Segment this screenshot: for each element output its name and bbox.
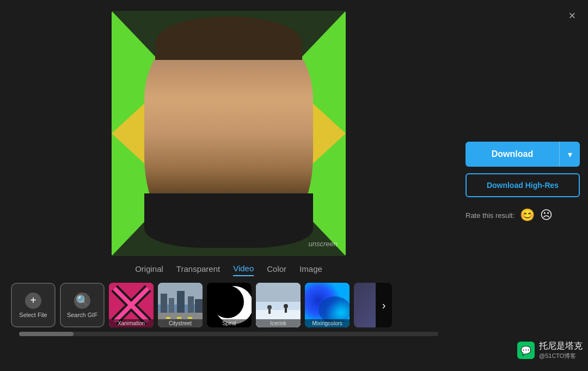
thumbnails-strip: + Select File 🔍 Search GIF (11, 283, 446, 327)
scrollbar-thumb (19, 332, 74, 336)
main-container: unscreen Original Transparent Video Colo… (0, 0, 588, 371)
svg-rect-17 (166, 317, 170, 319)
search-gif-button[interactable]: 🔍 Search GIF (60, 283, 105, 327)
tab-video[interactable]: Video (233, 264, 254, 276)
thumbnails-scrollbar[interactable] (19, 332, 438, 336)
svg-rect-19 (188, 317, 192, 319)
download-highres-button[interactable]: Download High-Res (465, 173, 580, 197)
spiral-label: Spiral (207, 319, 252, 327)
chevron-right-icon: › (382, 299, 386, 312)
right-panel: × Download ▾ Download High-Res Rate this… (457, 0, 588, 371)
tab-image[interactable]: Image (299, 264, 322, 276)
sad-rating-button[interactable]: ☹ (540, 208, 553, 222)
svg-point-25 (267, 305, 272, 309)
icerink-label: Icerink (256, 319, 301, 327)
search-gif-label: Search GIF (67, 312, 97, 318)
watermark-username: 托尼是塔克 (539, 340, 583, 352)
download-section: Download ▾ Download High-Res Rate this r… (465, 142, 580, 222)
close-button[interactable]: × (565, 8, 580, 23)
thumbnail-xanimation[interactable]: Xanimation (109, 283, 154, 327)
svg-rect-29 (256, 283, 301, 302)
chevron-down-icon: ▾ (568, 149, 572, 160)
thumbnail-citystreet[interactable]: Citystreet (158, 283, 203, 327)
rating-label: Rate this result: (465, 211, 514, 220)
search-icon: 🔍 (74, 293, 90, 309)
thumbnail-icerink[interactable]: Icerink (256, 283, 301, 327)
download-button-wrapper: Download ▾ (465, 142, 580, 167)
thumbnails-next-button[interactable]: › (376, 283, 392, 327)
svg-rect-18 (177, 317, 181, 319)
select-file-label: Select File (19, 312, 47, 318)
happy-rating-button[interactable]: 😊 (520, 208, 535, 222)
svg-rect-28 (285, 308, 287, 313)
image-preview: unscreen (112, 11, 346, 256)
rating-section: Rate this result: 😊 ☹ (465, 208, 580, 222)
preview-tabs: Original Transparent Video Color Image (135, 264, 322, 276)
thumbnail-partial (354, 283, 376, 327)
face-overlay (112, 11, 346, 256)
watermark-info: 托尼是塔克 @51CTO博客 (539, 340, 583, 360)
preview-panel: unscreen Original Transparent Video Colo… (0, 0, 457, 371)
tab-color[interactable]: Color (267, 264, 286, 276)
download-button[interactable]: Download (465, 142, 559, 167)
svg-point-27 (284, 304, 288, 308)
thumbnail-mixingcolors[interactable]: Mixingcolors (305, 283, 350, 327)
wechat-icon: 💬 (517, 342, 535, 359)
select-file-button[interactable]: + Select File (11, 283, 56, 327)
svg-rect-26 (268, 309, 271, 314)
tab-original[interactable]: Original (135, 264, 163, 276)
xanimation-label: Xanimation (109, 319, 154, 327)
mixingcolors-label: Mixingcolors (305, 319, 350, 327)
citystreet-label: Citystreet (158, 319, 203, 327)
tab-transparent[interactable]: Transparent (176, 264, 220, 276)
thumbnail-spiral[interactable]: Spiral (207, 283, 252, 327)
plus-icon: + (25, 293, 41, 309)
bottom-watermark: 💬 托尼是塔克 @51CTO博客 (517, 340, 583, 360)
download-dropdown-button[interactable]: ▾ (559, 142, 580, 167)
watermark-blog: @51CTO博客 (539, 352, 583, 360)
svg-point-22 (211, 285, 244, 318)
preview-watermark: unscreen (309, 240, 338, 248)
